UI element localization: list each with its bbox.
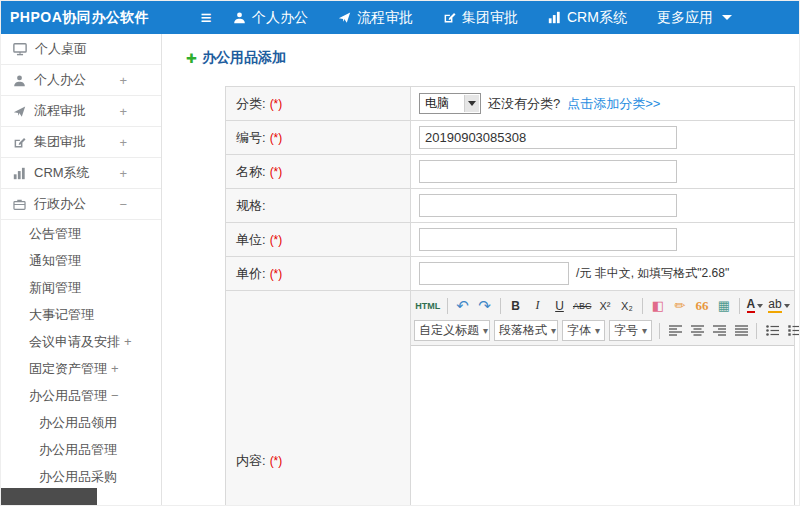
sidebar-item-admin-office[interactable]: 行政办公 − bbox=[1, 189, 161, 220]
font-color-icon: A bbox=[747, 298, 756, 313]
align-right-icon bbox=[713, 325, 726, 336]
custom-title-dropdown[interactable]: 自定义标题▾ bbox=[414, 320, 490, 341]
nav-workflow-approval[interactable]: 流程审批 bbox=[338, 9, 413, 27]
italic-button[interactable]: I bbox=[528, 295, 548, 316]
sidebar-item-personal-desktop[interactable]: 个人桌面 bbox=[1, 34, 161, 65]
sidebar-item-crm-system[interactable]: CRM系统 + bbox=[1, 158, 161, 189]
price-format-hint: /元 非中文, 如填写格式"2.68" bbox=[576, 265, 729, 282]
select-arrow-button bbox=[464, 95, 479, 112]
button-glyph: HTML bbox=[415, 301, 440, 311]
sidebar-item-label: 通知管理 bbox=[29, 252, 81, 270]
sidebar-item-supplies-purchase[interactable]: 办公用品采购 bbox=[1, 463, 161, 490]
sidebar-item-news-mgmt[interactable]: 新闻管理 bbox=[1, 274, 161, 301]
unordered-list-button[interactable] bbox=[762, 320, 782, 341]
toolbar-separator bbox=[642, 298, 643, 314]
redo-button[interactable]: ↷ bbox=[475, 295, 495, 316]
sidebar-item-notice-mgmt[interactable]: 通知管理 bbox=[1, 247, 161, 274]
editor-content-area[interactable] bbox=[411, 346, 794, 506]
align-left-button[interactable] bbox=[665, 320, 685, 341]
ordered-list-button[interactable] bbox=[784, 320, 800, 341]
sidebar-item-office-supplies-mgmt[interactable]: 办公用品管理 − bbox=[1, 382, 161, 409]
unit-input[interactable] bbox=[419, 228, 677, 251]
link-status-tooltip bbox=[1, 488, 97, 505]
paragraph-format-dropdown[interactable]: 段落格式▾ bbox=[494, 320, 558, 341]
sidebar-item-label: 流程审批 bbox=[34, 102, 86, 120]
bold-button[interactable]: B bbox=[506, 295, 526, 316]
font-family-dropdown[interactable]: 字体▾ bbox=[562, 320, 605, 341]
expand-toggle[interactable]: + bbox=[119, 166, 127, 181]
form-row-price: 单价: (*) /元 非中文, 如填写格式"2.68" bbox=[226, 257, 794, 291]
field-control: /元 非中文, 如填写格式"2.68" bbox=[411, 257, 794, 290]
code-input[interactable] bbox=[419, 126, 677, 149]
add-category-link[interactable]: 点击添加分类>> bbox=[567, 95, 660, 113]
sidebar-item-personal-office[interactable]: 个人办公 + bbox=[1, 65, 161, 96]
font-color-button[interactable]: A bbox=[745, 295, 765, 316]
dropdown-label: 字体 bbox=[567, 322, 591, 339]
field-label: 编号: (*) bbox=[226, 121, 411, 154]
align-justify-button[interactable] bbox=[731, 320, 751, 341]
sidebar-item-workflow-approval[interactable]: 流程审批 + bbox=[1, 96, 161, 127]
sidebar-item-supplies-receive[interactable]: 办公用品领用 bbox=[1, 409, 161, 436]
underline-button[interactable]: U bbox=[550, 295, 570, 316]
category-select[interactable]: 电脑 bbox=[419, 93, 481, 114]
expand-toggle[interactable]: + bbox=[111, 361, 119, 376]
nav-group-approval[interactable]: 集团审批 bbox=[443, 9, 518, 27]
remove-format-button[interactable]: ◧ bbox=[648, 295, 668, 316]
supplies-add-form: 分类: (*) 电脑 还没有分类? 点击添加分类>> bbox=[225, 86, 795, 506]
highlight-color-button[interactable]: ab bbox=[767, 295, 791, 316]
sidebar-item-meeting-request[interactable]: 会议申请及安排 + bbox=[1, 328, 161, 355]
desktop-icon bbox=[13, 42, 27, 56]
hamburger-menu-icon[interactable]: ≡ bbox=[191, 8, 221, 27]
expand-toggle[interactable]: + bbox=[119, 73, 127, 88]
toolbar-separator bbox=[659, 323, 660, 339]
font-size-dropdown[interactable]: 字号▾ bbox=[609, 320, 652, 341]
sidebar-item-supplies-manage[interactable]: 办公用品管理 bbox=[1, 436, 161, 463]
dropdown-label: 自定义标题 bbox=[419, 322, 479, 339]
blockquote-button[interactable]: 66 bbox=[692, 295, 712, 316]
expand-toggle[interactable]: + bbox=[119, 104, 127, 119]
toolbar-separator bbox=[756, 323, 757, 339]
expand-toggle[interactable]: + bbox=[119, 135, 127, 150]
nav-more-apps[interactable]: 更多应用 bbox=[657, 9, 732, 27]
sidebar-item-announcement-mgmt[interactable]: 公告管理 bbox=[1, 220, 161, 247]
collapse-toggle[interactable]: − bbox=[111, 388, 119, 403]
undo-button[interactable]: ↶ bbox=[453, 295, 473, 316]
spec-input[interactable] bbox=[419, 194, 677, 217]
caret-down-icon bbox=[757, 304, 763, 308]
required-mark: (*) bbox=[270, 267, 283, 281]
sidebar-item-label: 行政办公 bbox=[34, 195, 86, 213]
superscript-button[interactable]: X² bbox=[595, 295, 615, 316]
sidebar: 个人桌面 个人办公 + 流程审批 + 集团审批 + CRM系统 + bbox=[1, 34, 162, 505]
expand-toggle[interactable]: + bbox=[124, 334, 132, 349]
price-input[interactable] bbox=[419, 262, 569, 285]
insert-image-button[interactable]: ▦ bbox=[714, 295, 734, 316]
required-mark: (*) bbox=[270, 165, 283, 179]
html-source-button[interactable]: HTML bbox=[414, 295, 442, 316]
caret-down-icon: ▾ bbox=[551, 325, 556, 336]
align-center-button[interactable] bbox=[687, 320, 707, 341]
sidebar-item-label: 办公用品领用 bbox=[39, 414, 117, 432]
field-label: 分类: (*) bbox=[226, 87, 411, 120]
align-right-button[interactable] bbox=[709, 320, 729, 341]
name-input[interactable] bbox=[419, 160, 677, 183]
nav-personal-office[interactable]: 个人办公 bbox=[233, 9, 308, 27]
collapse-toggle[interactable]: − bbox=[119, 197, 127, 212]
label-text: 内容: bbox=[236, 452, 266, 470]
sidebar-item-group-approval[interactable]: 集团审批 + bbox=[1, 127, 161, 158]
toolbar-separator bbox=[500, 298, 501, 314]
nav-crm-system[interactable]: CRM系统 bbox=[548, 9, 627, 27]
approval-edit-icon bbox=[13, 136, 26, 149]
sidebar-item-label: 会议申请及安排 bbox=[29, 333, 120, 351]
strikethrough-button[interactable]: ABC bbox=[572, 295, 593, 316]
image-icon: ▦ bbox=[718, 298, 730, 313]
format-brush-button[interactable]: ✏ bbox=[670, 295, 690, 316]
category-hint: 还没有分类? bbox=[488, 95, 560, 113]
required-mark: (*) bbox=[270, 454, 283, 468]
form-row-code: 编号: (*) bbox=[226, 121, 794, 155]
flow-send-icon bbox=[338, 11, 351, 24]
sidebar-item-label: 大事记管理 bbox=[29, 306, 94, 324]
sidebar-item-fixed-assets-mgmt[interactable]: 固定资产管理 + bbox=[1, 355, 161, 382]
sidebar-item-memorabilia-mgmt[interactable]: 大事记管理 bbox=[1, 301, 161, 328]
form-row-spec: 规格: bbox=[226, 189, 794, 223]
subscript-button[interactable]: X₂ bbox=[617, 295, 637, 316]
